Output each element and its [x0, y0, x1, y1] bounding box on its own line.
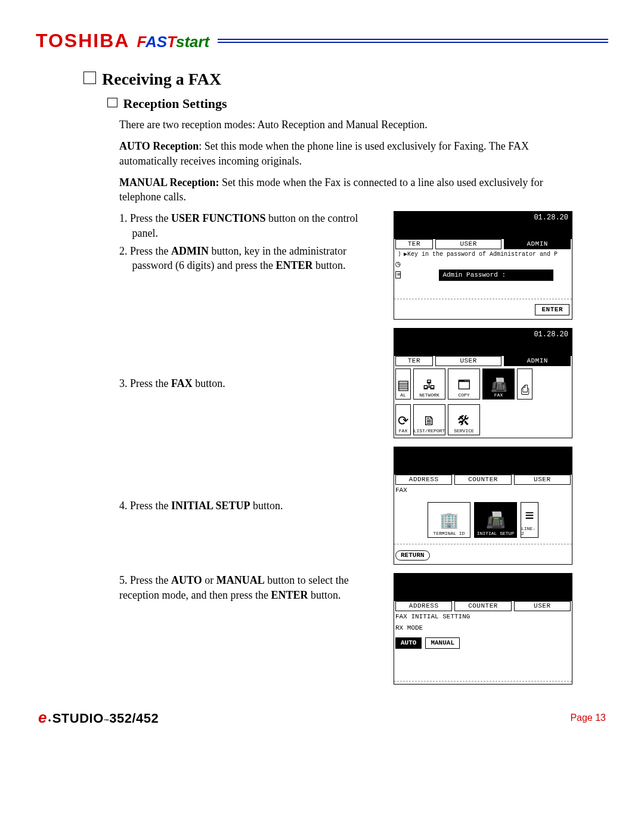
- enter-button[interactable]: ENTER: [535, 304, 569, 315]
- tab-admin[interactable]: ADMIN: [504, 239, 571, 249]
- auto-button[interactable]: AUTO: [395, 637, 422, 649]
- icon-line2[interactable]: ≡LINE-2: [521, 502, 538, 538]
- tab-ter[interactable]: TER: [395, 356, 433, 366]
- icon-initial-setup[interactable]: 📠INITIAL SETUP: [474, 502, 517, 538]
- screen-date: 01.28.20: [534, 331, 568, 338]
- tab-user[interactable]: USER: [514, 601, 571, 611]
- auto-paragraph: AUTO Reception: Set this mode when the p…: [119, 139, 572, 168]
- breadcrumb: FAX: [394, 485, 572, 496]
- admin-password-field[interactable]: Admin Password :: [439, 270, 553, 281]
- icon-copy[interactable]: 🗔COPY: [448, 368, 480, 400]
- screenshot-admin-menu: 01.28.20 TER USER ADMIN ▤AL 🖧NETWORK 🗔CO…: [394, 328, 572, 438]
- icon-fax[interactable]: 📠FAX: [482, 368, 515, 400]
- breadcrumb: FAX INITIAL SETTING: [394, 611, 572, 623]
- section-heading: Receiving a FAX: [83, 70, 608, 89]
- manual-button[interactable]: MANUAL: [425, 637, 460, 649]
- estudio-logo: e•STUDIO™352/452: [38, 708, 159, 727]
- tab-admin[interactable]: ADMIN: [504, 356, 571, 366]
- prompt-text: ⟩▶Key in the password of Administrator a…: [394, 249, 572, 260]
- tab-user[interactable]: USER: [435, 239, 502, 249]
- rx-mode-label: RX MODE: [394, 623, 572, 634]
- step-4: 4. Press the INITIAL SETUP button.: [119, 498, 382, 513]
- tab-address[interactable]: ADDRESS: [395, 601, 452, 611]
- screenshot-fax-menu: ADDRESS COUNTER USER FAX 🏢TERMINAL ID 📠I…: [394, 447, 572, 565]
- icon-general[interactable]: ▤AL: [395, 368, 411, 400]
- page-header: TOSHIBA FASTstart: [36, 30, 608, 52]
- faststart-logo: FASTstart: [137, 33, 209, 51]
- tab-counter[interactable]: COUNTER: [454, 475, 511, 485]
- header-rule-icon: [218, 39, 608, 43]
- clock-icon: ◷⌫: [395, 260, 401, 298]
- screenshot-rx-mode: ADDRESS COUNTER USER FAX INITIAL SETTING…: [394, 573, 572, 685]
- screen-date: 01.28.20: [534, 214, 568, 221]
- icon-network[interactable]: 🖧NETWORK: [413, 368, 445, 400]
- square-bullet-icon: [83, 72, 96, 84]
- icon-list-report[interactable]: 🗎LIST/REPORT: [413, 404, 445, 435]
- tab-counter[interactable]: COUNTER: [454, 601, 511, 611]
- manual-paragraph: MANUAL Reception: Set this mode when the…: [119, 175, 572, 205]
- page-footer: e•STUDIO™352/452 Page 13: [36, 708, 608, 727]
- tab-user[interactable]: USER: [435, 356, 502, 366]
- icon-ifax[interactable]: ⟳FAX: [395, 404, 411, 435]
- tab-address[interactable]: ADDRESS: [395, 475, 452, 485]
- step-3: 3. Press the FAX button.: [119, 376, 382, 391]
- tab-user[interactable]: USER: [514, 475, 571, 485]
- step-1: 1. Press the USER FUNCTIONS button on th…: [119, 211, 382, 276]
- page-number: Page 13: [570, 713, 606, 723]
- icon-terminal-id[interactable]: 🏢TERMINAL ID: [428, 502, 470, 538]
- subsection-heading: Reception Settings: [107, 96, 608, 112]
- screenshot-admin-password: 01.28.20 TER USER ADMIN ⟩▶Key in the pas…: [394, 211, 572, 320]
- intro-paragraph: There are two reception modes: Auto Rece…: [119, 117, 572, 132]
- square-bullet-icon: [107, 98, 117, 108]
- icon-more[interactable]: ⎙: [517, 368, 532, 400]
- icon-service[interactable]: 🛠SERVICE: [448, 404, 480, 435]
- logo-block: TOSHIBA FASTstart: [36, 30, 209, 52]
- tab-ter[interactable]: TER: [395, 239, 433, 249]
- step-5: 5. Press the AUTO or MANUAL button to se…: [119, 573, 382, 602]
- toshiba-logo: TOSHIBA: [36, 30, 129, 52]
- return-button[interactable]: RETURN: [395, 550, 430, 561]
